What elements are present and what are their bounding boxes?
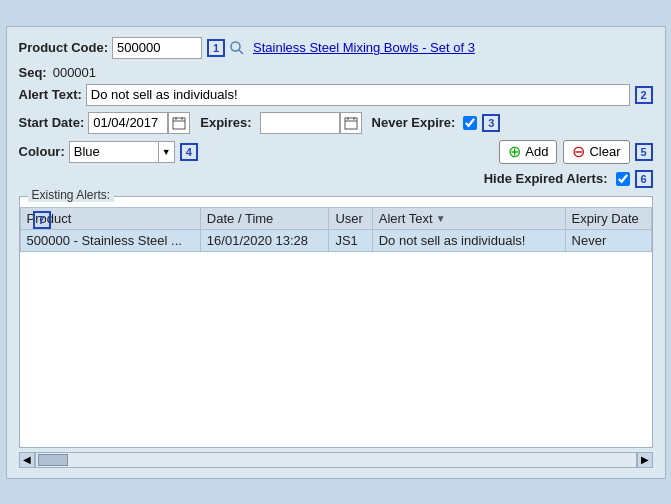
dates-row: Start Date: Expires: Never Expire: 3 [19, 112, 653, 134]
add-label: Add [525, 144, 548, 159]
svg-rect-6 [345, 118, 357, 129]
start-date-input[interactable] [88, 112, 168, 134]
col-user[interactable]: User [329, 207, 372, 229]
expires-date-input[interactable] [260, 112, 340, 134]
hide-expired-row: Hide Expired Alerts: 6 [19, 170, 653, 188]
colour-input[interactable] [69, 141, 159, 163]
alerts-table-container[interactable]: Product Date / Time User Alert Text ▼ Ex… [20, 207, 652, 447]
sort-arrow-icon: ▼ [436, 213, 446, 224]
expires-calendar-button[interactable] [340, 112, 362, 134]
alert-text-input[interactable] [86, 84, 630, 106]
start-date-calendar-button[interactable] [168, 112, 190, 134]
clear-button[interactable]: ⊖ Clear [563, 140, 629, 164]
table-cell: Never [565, 229, 651, 251]
alert-text-label: Alert Text: [19, 87, 82, 102]
product-name-link[interactable]: Stainless Steel Mixing Bowls - Set of 3 [253, 40, 475, 55]
svg-rect-2 [173, 118, 185, 129]
col-alert-text-label: Alert Text [379, 211, 433, 226]
product-code-label: Product Code: [19, 40, 109, 55]
product-code-row: Product Code: 1 Stainless Steel Mixing B… [19, 37, 653, 59]
colour-dropdown-button[interactable]: ▼ [159, 141, 175, 163]
col-expiry-date[interactable]: Expiry Date [565, 207, 651, 229]
badge-3: 3 [482, 114, 500, 132]
badge-4: 4 [180, 143, 198, 161]
calendar-icon [172, 116, 186, 130]
svg-point-0 [231, 42, 240, 51]
seq-row: Seq: 000001 [19, 65, 653, 80]
badge-7: 7 [33, 211, 51, 229]
add-button[interactable]: ⊕ Add [499, 140, 557, 164]
never-expire-checkbox[interactable] [463, 116, 477, 130]
scrollbar-row: ◀ ▶ [19, 452, 653, 468]
table-cell: Do not sell as individuals! [372, 229, 565, 251]
hide-expired-checkbox[interactable] [616, 172, 630, 186]
product-code-input[interactable] [112, 37, 202, 59]
magnifier-icon [229, 40, 245, 56]
alerts-table: Product Date / Time User Alert Text ▼ Ex… [20, 207, 652, 252]
colour-label: Colour: [19, 144, 65, 159]
scroll-right-button[interactable]: ▶ [637, 452, 653, 468]
table-cell: JS1 [329, 229, 372, 251]
clear-label: Clear [589, 144, 620, 159]
alert-text-row: Alert Text: 2 [19, 84, 653, 106]
badge-1: 1 [207, 39, 225, 57]
seq-value: 000001 [53, 65, 96, 80]
scrollbar-track[interactable] [35, 452, 637, 468]
table-row[interactable]: 500000 - Stainless Steel ...16/01/2020 1… [20, 229, 651, 251]
calendar-icon-2 [344, 116, 358, 130]
expires-label: Expires: [200, 115, 251, 130]
table-cell: 16/01/2020 13:28 [200, 229, 329, 251]
seq-label: Seq: [19, 65, 47, 80]
badge-2: 2 [635, 86, 653, 104]
existing-alerts-fieldset: Existing Alerts: 7 Product Date / Time U… [19, 196, 653, 448]
add-icon: ⊕ [508, 144, 521, 160]
hide-expired-label: Hide Expired Alerts: [484, 171, 608, 186]
table-cell: 500000 - Stainless Steel ... [20, 229, 200, 251]
badge-5: 5 [635, 143, 653, 161]
col-datetime[interactable]: Date / Time [200, 207, 329, 229]
badge-6: 6 [635, 170, 653, 188]
never-expire-label: Never Expire: [372, 115, 456, 130]
main-container: Product Code: 1 Stainless Steel Mixing B… [6, 26, 666, 479]
svg-line-1 [239, 50, 243, 54]
clear-icon: ⊖ [572, 144, 585, 160]
magnifier-button[interactable] [229, 40, 245, 56]
col-alert-text[interactable]: Alert Text ▼ [372, 207, 565, 229]
colour-row: Colour: ▼ 4 ⊕ Add ⊖ Clear 5 [19, 140, 653, 164]
start-date-label: Start Date: [19, 115, 85, 130]
scrollbar-thumb[interactable] [38, 454, 68, 466]
scroll-left-button[interactable]: ◀ [19, 452, 35, 468]
